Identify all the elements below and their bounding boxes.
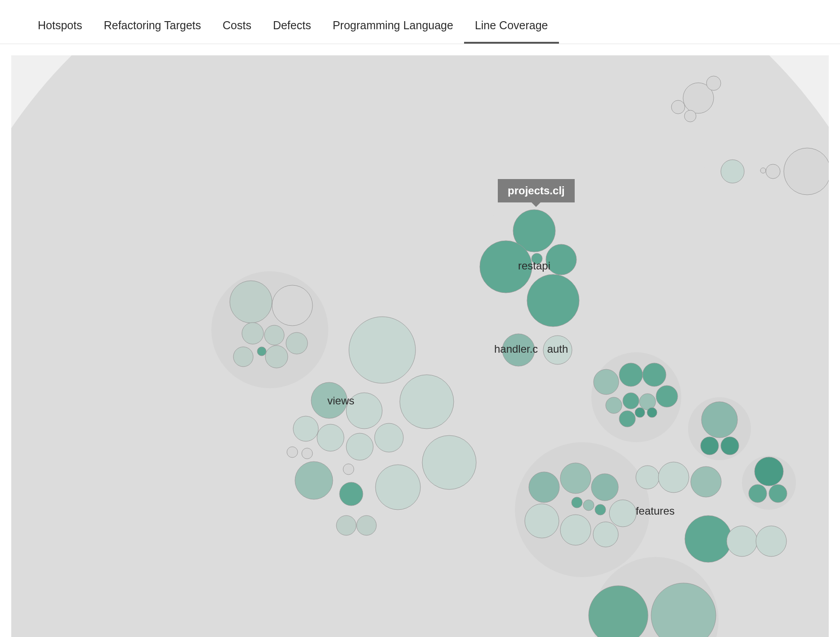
- svg-point-35[interactable]: [317, 424, 344, 451]
- svg-point-25[interactable]: [286, 332, 308, 354]
- svg-point-58[interactable]: [701, 437, 719, 455]
- svg-point-61[interactable]: [755, 457, 783, 486]
- svg-point-77[interactable]: [691, 467, 721, 497]
- node-handler[interactable]: [502, 334, 535, 366]
- packing-svg[interactable]: restapi handler.clj auth: [11, 55, 829, 637]
- svg-point-14[interactable]: [532, 253, 542, 264]
- svg-point-76[interactable]: [658, 462, 689, 493]
- svg-point-11[interactable]: [480, 241, 532, 293]
- auth-group[interactable]: auth: [537, 330, 578, 370]
- svg-point-52[interactable]: [639, 394, 656, 410]
- svg-point-54[interactable]: [635, 408, 645, 417]
- svg-point-63[interactable]: [769, 484, 787, 502]
- svg-point-23[interactable]: [257, 347, 266, 356]
- svg-point-67[interactable]: [591, 474, 618, 501]
- svg-point-19[interactable]: [230, 281, 272, 323]
- tab-programming-language[interactable]: Programming Language: [322, 9, 464, 44]
- svg-point-22[interactable]: [264, 325, 284, 345]
- svg-point-21[interactable]: [242, 323, 264, 344]
- svg-point-20[interactable]: [272, 285, 313, 326]
- svg-point-43[interactable]: [302, 448, 313, 459]
- svg-point-9[interactable]: [706, 76, 721, 90]
- svg-point-78[interactable]: [685, 516, 732, 562]
- svg-point-7[interactable]: [671, 100, 685, 114]
- svg-point-40[interactable]: [357, 516, 376, 535]
- svg-point-46[interactable]: [594, 369, 619, 395]
- svg-point-62[interactable]: [749, 484, 767, 502]
- tab-refactoring-targets[interactable]: Refactoring Targets: [93, 9, 212, 44]
- svg-point-36[interactable]: [293, 416, 318, 441]
- svg-point-12[interactable]: [527, 274, 579, 327]
- svg-point-8[interactable]: [684, 110, 696, 122]
- svg-point-47[interactable]: [619, 363, 643, 386]
- svg-point-51[interactable]: [623, 393, 639, 409]
- svg-point-49[interactable]: [656, 386, 678, 407]
- svg-point-73[interactable]: [583, 500, 594, 511]
- svg-point-1[interactable]: [784, 148, 829, 195]
- svg-point-28[interactable]: [400, 375, 454, 429]
- svg-point-66[interactable]: [560, 463, 591, 493]
- tooltip-text: projects.clj: [508, 184, 565, 197]
- tabs-bar: Hotspots Refactoring Targets Costs Defec…: [0, 9, 840, 44]
- svg-point-50[interactable]: [606, 397, 622, 413]
- svg-point-41[interactable]: [343, 464, 354, 475]
- node-tooltip: projects.clj: [498, 179, 575, 202]
- svg-point-55[interactable]: [647, 408, 657, 417]
- svg-point-38[interactable]: [340, 482, 363, 506]
- svg-point-39[interactable]: [336, 516, 356, 535]
- svg-point-32[interactable]: [346, 393, 382, 429]
- tab-defects[interactable]: Defects: [262, 9, 322, 44]
- svg-point-42[interactable]: [287, 447, 298, 458]
- svg-point-30[interactable]: [375, 465, 420, 510]
- svg-point-74[interactable]: [595, 504, 606, 515]
- svg-point-68[interactable]: [525, 504, 559, 538]
- svg-point-59[interactable]: [721, 437, 739, 455]
- svg-point-26[interactable]: [233, 347, 253, 367]
- tab-line-coverage[interactable]: Line Coverage: [464, 9, 559, 44]
- tab-hotspots[interactable]: Hotspots: [27, 9, 93, 44]
- svg-point-37[interactable]: [295, 462, 333, 499]
- svg-point-27[interactable]: [349, 317, 416, 383]
- svg-point-2[interactable]: [766, 164, 780, 179]
- svg-point-13[interactable]: [546, 244, 576, 275]
- svg-point-57[interactable]: [701, 402, 737, 438]
- svg-point-16[interactable]: [543, 336, 572, 364]
- svg-point-53[interactable]: [619, 411, 635, 427]
- svg-point-70[interactable]: [593, 522, 618, 547]
- svg-point-34[interactable]: [346, 433, 373, 460]
- svg-point-29[interactable]: [422, 435, 476, 489]
- svg-point-65[interactable]: [529, 472, 559, 502]
- svg-point-69[interactable]: [560, 515, 591, 545]
- circle-packing-viz[interactable]: projects.clj: [11, 55, 829, 637]
- svg-point-75[interactable]: [636, 466, 659, 489]
- svg-point-24[interactable]: [265, 345, 288, 368]
- svg-point-33[interactable]: [375, 423, 403, 452]
- svg-point-3[interactable]: [760, 168, 766, 173]
- views-group[interactable]: views: [160, 249, 483, 573]
- svg-point-72[interactable]: [572, 497, 582, 508]
- svg-point-79[interactable]: [727, 526, 757, 556]
- svg-point-71[interactable]: [609, 500, 636, 527]
- svg-point-80[interactable]: [756, 526, 786, 556]
- svg-point-4[interactable]: [721, 160, 744, 183]
- tab-costs[interactable]: Costs: [212, 9, 262, 44]
- svg-point-31[interactable]: [311, 382, 347, 418]
- svg-point-48[interactable]: [643, 363, 666, 386]
